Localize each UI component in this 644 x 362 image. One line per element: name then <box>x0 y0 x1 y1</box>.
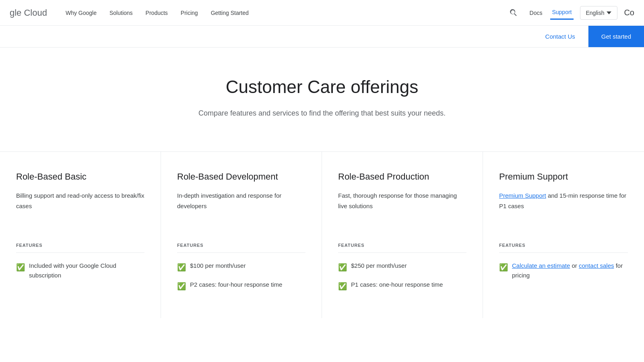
site-logo[interactable]: gle Cloud <box>10 8 47 18</box>
nav-docs[interactable]: Docs <box>528 6 544 19</box>
offering-name-production: Role-Based Production <box>338 171 466 183</box>
nav-support[interactable]: Support <box>550 6 573 20</box>
offering-name-development: Role-Based Development <box>177 171 305 183</box>
nav-item-getting-started[interactable]: Getting Started <box>205 6 254 19</box>
nav-items: Why Google Solutions Products Pricing Ge… <box>60 6 506 19</box>
nav-item-solutions[interactable]: Solutions <box>104 6 138 19</box>
check-icon-dev-2: ✅ <box>177 281 186 292</box>
nav-item-pricing[interactable]: Pricing <box>175 6 204 19</box>
feature-item-prod-2: ✅ P1 cases: one-hour response time <box>338 280 466 292</box>
feature-item-dev-1: ✅ $100 per month/user <box>177 261 305 273</box>
nav-item-why-google[interactable]: Why Google <box>60 6 102 19</box>
hero-title: Customer Care offerings <box>10 77 634 98</box>
chevron-down-icon <box>607 10 611 15</box>
offering-name-basic: Role-Based Basic <box>16 171 144 183</box>
logo-text: gle Cloud <box>10 8 47 18</box>
support-dropdown-row: Contact Us Get started <box>0 26 644 48</box>
search-icon <box>509 8 518 17</box>
feature-text-basic-1: Included with your Google Cloud subscrip… <box>29 261 144 280</box>
features-divider-premium <box>499 252 628 253</box>
features-label-development: FEATURES <box>177 243 305 248</box>
offering-role-based-production: Role-Based Production Fast, thorough res… <box>322 152 483 318</box>
navbar: gle Cloud Why Google Solutions Products … <box>0 0 644 26</box>
calculate-estimate-link[interactable]: Calculate an estimate <box>512 262 570 269</box>
features-divider-production <box>338 252 466 253</box>
check-icon-premium-1: ✅ <box>499 262 508 273</box>
navbar-right: Docs Support English Co <box>506 5 634 21</box>
nav-overflow[interactable]: Co <box>624 8 634 17</box>
features-label-basic: FEATURES <box>16 243 144 248</box>
contact-sales-link[interactable]: contact sales <box>579 262 614 269</box>
features-label-production: FEATURES <box>338 243 466 248</box>
nav-item-products[interactable]: Products <box>140 6 173 19</box>
search-button[interactable] <box>506 5 522 21</box>
offering-desc-premium: Premium Support and 15-min response time… <box>499 190 628 227</box>
offering-premium-support: Premium Support Premium Support and 15-m… <box>483 152 644 318</box>
offering-name-premium: Premium Support <box>499 171 628 183</box>
premium-support-link[interactable]: Premium Support <box>499 192 546 199</box>
feature-text-prod-1: $250 per month/user <box>351 261 407 271</box>
contact-us-button[interactable]: Contact Us <box>533 26 588 47</box>
hero-section: Customer Care offerings Compare features… <box>0 48 644 135</box>
language-selector[interactable]: English <box>580 6 618 20</box>
check-icon-basic-1: ✅ <box>16 262 25 273</box>
features-divider-basic <box>16 252 144 253</box>
features-label-premium: FEATURES <box>499 243 628 248</box>
feature-item-premium-1: ✅ Calculate an estimate or contact sales… <box>499 261 628 280</box>
check-icon-prod-2: ✅ <box>338 281 347 292</box>
hero-subtitle: Compare features and services to find th… <box>185 108 459 119</box>
offerings-grid: Role-Based Basic Billing support and rea… <box>0 151 644 318</box>
feature-text-premium-1: Calculate an estimate or contact sales f… <box>512 261 628 280</box>
offering-desc-basic: Billing support and read-only access to … <box>16 190 144 227</box>
offering-desc-production: Fast, thorough response for those managi… <box>338 190 466 227</box>
feature-text-prod-2: P1 cases: one-hour response time <box>351 280 443 290</box>
offering-role-based-development: Role-Based Development In-depth investig… <box>161 152 322 318</box>
feature-item-dev-2: ✅ P2 cases: four-hour response time <box>177 280 305 292</box>
offering-desc-development: In-depth investigation and response for … <box>177 190 305 227</box>
feature-item-prod-1: ✅ $250 per month/user <box>338 261 466 273</box>
check-icon-prod-1: ✅ <box>338 262 347 273</box>
offering-role-based-basic: Role-Based Basic Billing support and rea… <box>0 152 161 318</box>
features-divider-development <box>177 252 305 253</box>
feature-text-dev-2: P2 cases: four-hour response time <box>190 280 282 290</box>
check-icon-dev-1: ✅ <box>177 262 186 273</box>
feature-item-basic-1: ✅ Included with your Google Cloud subscr… <box>16 261 144 280</box>
language-label: English <box>586 10 605 16</box>
get-started-button[interactable]: Get started <box>588 26 644 47</box>
feature-text-or: or <box>570 262 579 269</box>
feature-text-dev-1: $100 per month/user <box>190 261 246 271</box>
